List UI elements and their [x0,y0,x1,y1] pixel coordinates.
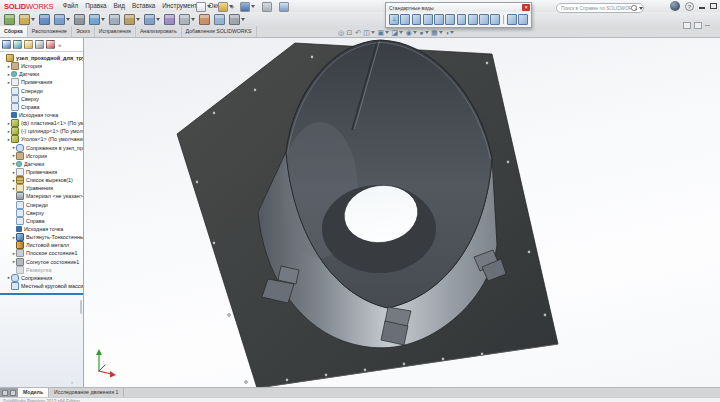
normal-to-icon[interactable]: ⊥ [389,14,399,25]
menu-item-правка[interactable]: Правка [82,0,110,12]
show-hidden-components-icon[interactable] [109,14,120,25]
display-manager-icon[interactable] [46,40,55,49]
configuration-manager-icon[interactable] [24,40,33,49]
display-style-icon[interactable]: ◪ [392,28,404,38]
motion-study-icon[interactable] [164,14,175,25]
tree-item[interactable]: Развертка [0,266,83,274]
command-tab-4[interactable]: Исправления [95,26,136,37]
doc-minimize-icon[interactable] [705,25,710,26]
tree-item[interactable]: ▸Список вырезов(1) [0,176,83,184]
move-component-icon[interactable] [89,14,105,25]
help-search-box[interactable]: Поиск в Справке по SOLIDWORKS [556,3,644,13]
insert-components-icon[interactable] [19,14,35,25]
dropdown-caret-icon[interactable] [156,18,160,21]
hide-show-items-icon[interactable]: ◉ [406,28,417,38]
command-tab-2[interactable]: Расположение [28,26,72,37]
dropdown-caret-icon[interactable] [251,5,255,8]
panel-splitter-icon[interactable]: › [71,379,73,385]
dropdown-caret-icon[interactable] [413,31,417,34]
featuremanager-tree-icon[interactable] [2,40,11,49]
bottom-view-icon[interactable] [457,14,467,25]
tree-item[interactable]: ▸Датчики [0,70,83,78]
tree-item[interactable]: ▸Уравнения [0,184,83,192]
tree-item[interactable]: ▸(ф) пластина1<1> (По умолчан [0,119,83,127]
dropdown-caret-icon[interactable] [207,5,211,8]
tree-item[interactable]: ▸Вытянуть-Тонкостенный1 [0,233,83,241]
tree-item[interactable]: Местный круговой массив1 [0,282,83,290]
tree-item[interactable]: Материал <не указан> [0,192,83,200]
assembly-features-icon[interactable] [124,14,140,25]
undo-icon[interactable] [279,2,289,12]
panel-scrollbar[interactable] [80,300,82,314]
doc-restore-icon[interactable] [683,22,691,29]
rollback-bar[interactable] [0,293,83,295]
tree-item[interactable]: ▸Датчики [0,160,83,168]
single-view-icon[interactable] [507,14,517,25]
tree-item[interactable]: ▸Сопряжения [0,274,83,282]
dropdown-caret-icon[interactable] [399,31,403,34]
tree-item[interactable]: ▸Согнутое состояние1 [0,258,83,266]
propertymanager-icon[interactable] [13,40,22,49]
tree-item[interactable]: Спереди [0,87,83,95]
instant3d-icon[interactable] [214,14,225,25]
tree-item[interactable]: ▸Сопряжения в узел_проходн [0,144,83,152]
command-tab-3[interactable]: Эскиз [72,26,95,37]
menu-item-файл[interactable]: Файл [59,0,81,12]
tree-item[interactable]: Исходная точка [0,225,83,233]
dropdown-caret-icon[interactable] [439,31,443,34]
tree-item[interactable]: Листовой металл [0,241,83,249]
section-view-icon[interactable]: ◫ [363,28,375,38]
view-settings-icon[interactable]: ◖ [445,28,454,38]
minimize-icon[interactable] [699,7,705,9]
palette-title-bar[interactable]: Стандартные виды × [386,3,531,12]
search-dropdown-icon[interactable] [639,7,643,10]
tree-item[interactable]: Сверху [0,95,83,103]
new-document-icon[interactable] [196,2,211,12]
back-view-icon[interactable] [412,14,422,25]
tree-item[interactable]: Сверху [0,209,83,217]
dropdown-caret-icon[interactable] [31,18,35,21]
dropdown-caret-icon[interactable] [191,18,195,21]
3d-viewport[interactable]: Avito [84,38,720,387]
tree-item[interactable]: Справа [0,103,83,111]
mate-icon[interactable] [39,14,50,25]
tab-исследование-движения-1[interactable]: Исследование движения 1 [49,388,124,397]
help-icon[interactable]: ? [685,2,694,11]
search-icon[interactable] [631,5,637,11]
command-tab-1[interactable]: Сборка [0,26,28,37]
tree-item[interactable]: ▸(-) цилиндр<1> (По умолчанию) [0,127,83,135]
left-view-icon[interactable] [423,14,433,25]
tree-item[interactable]: ▸История [0,62,83,70]
options-icon[interactable] [229,14,245,25]
dropdown-caret-icon[interactable] [66,18,70,21]
tree-item[interactable]: узел_проходной_для_трубы (По умолч [0,54,83,62]
edit-component-icon[interactable] [4,14,15,25]
zoom-area-icon[interactable]: ⊡ [347,28,353,38]
dropdown-caret-icon[interactable] [241,18,245,21]
tab-модель[interactable]: Модель [18,388,49,397]
tree-item[interactable]: ▸Уголок<1> (По умолчанию<<П [0,135,83,143]
dropdown-caret-icon[interactable] [385,31,389,34]
dimetric-icon[interactable] [490,14,500,25]
bill-of-materials-icon[interactable] [179,14,195,25]
print-icon[interactable] [262,2,272,12]
tab-bar-splitter[interactable] [0,388,18,397]
front-view-icon[interactable] [400,14,410,25]
smart-fasteners-icon[interactable] [74,14,85,25]
panel-tabs-overflow-icon[interactable]: » [58,42,61,48]
tree-item[interactable]: ▸Примечания [0,78,83,86]
palette-close-button[interactable]: × [522,4,530,11]
menu-item-вставка[interactable]: Вставка [128,0,158,12]
component-pattern-icon[interactable] [54,14,70,25]
dropdown-caret-icon[interactable] [101,18,105,21]
trimetric-icon[interactable] [479,14,489,25]
dimxpert-manager-icon[interactable] [35,40,44,49]
open-document-icon[interactable] [218,2,233,12]
dropdown-caret-icon[interactable] [371,31,375,34]
top-view-icon[interactable] [445,14,455,25]
edit-appearance-icon[interactable]: ● [419,28,428,38]
reference-geometry-icon[interactable] [144,14,160,25]
right-view-icon[interactable] [434,14,444,25]
tree-item[interactable]: ▸Примечания [0,168,83,176]
view-orientation-icon[interactable]: ▣ [377,28,389,38]
